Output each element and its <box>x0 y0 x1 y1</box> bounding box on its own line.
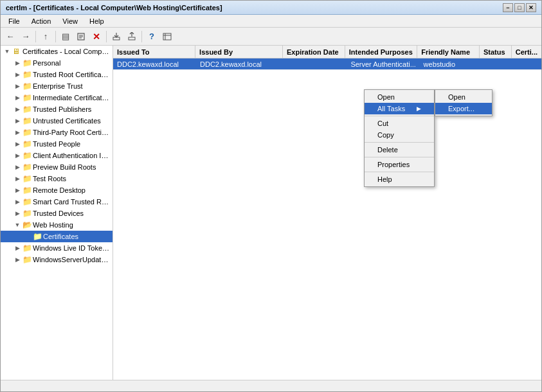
trusted-people-expander: ▶ <box>12 141 23 147</box>
wsus-label: WindowsServerUpdateService... <box>33 256 110 263</box>
table-row[interactable]: DDC2.kewaxd.local DDC2.kewaxd.local Serv… <box>113 58 541 70</box>
title-bar: certlm - [Certificates - Local Computer\… <box>1 1 541 15</box>
toolbar: ← → ↑ ▤ ✕ ? <box>1 28 541 46</box>
submenu-export-label: Export... <box>448 105 474 112</box>
import-button[interactable] <box>125 30 139 44</box>
trusted-root-expander: ▶ <box>12 71 23 78</box>
tree-item-preview[interactable]: ▶ 📁 Preview Build Roots <box>1 161 113 173</box>
toolbar-separator-1 <box>35 31 36 42</box>
tree-item-remote-desktop[interactable]: ▶ 📁 Remote Desktop <box>1 184 113 196</box>
right-pane: Issued To Issued By Expiration Date Inte… <box>113 46 541 380</box>
tree-item-client-auth[interactable]: ▶ 📁 Client Authentication Issuers <box>1 150 113 161</box>
cell-certi <box>514 58 541 69</box>
tree-item-third-party[interactable]: ▶ 📁 Third-Party Root Certification... <box>1 127 113 138</box>
tree-root[interactable]: ▼ 🖥 Certificates - Local Computer <box>1 46 113 57</box>
col-issued-by[interactable]: Issued By <box>195 46 283 58</box>
tree-item-test-roots[interactable]: ▶ 📁 Test Roots <box>1 173 113 184</box>
wsus-expander: ▶ <box>12 256 23 263</box>
ctx-all-tasks[interactable]: All Tasks ▶ <box>365 103 434 114</box>
col-intended-purposes[interactable]: Intended Purposes <box>345 46 417 58</box>
intermediate-folder-icon: 📁 <box>23 93 33 102</box>
cell-intended-purposes: Server Authenticati... <box>347 58 419 69</box>
tree-item-web-hosting[interactable]: ▼ 📂 Web Hosting <box>1 219 113 231</box>
extra-button[interactable] <box>160 30 174 44</box>
tree-item-trusted-devices[interactable]: ▶ 📁 Trusted Devices <box>1 208 113 219</box>
tree-item-smart-card[interactable]: ▶ 📁 Smart Card Trusted Roots <box>1 196 113 208</box>
menu-file[interactable]: File <box>3 16 25 26</box>
ctx-delete[interactable]: Delete <box>365 144 434 156</box>
trusted-publishers-folder-icon: 📁 <box>23 105 33 114</box>
remote-desktop-label: Remote Desktop <box>33 186 86 194</box>
col-status[interactable]: Status <box>480 46 512 58</box>
delete-button[interactable]: ✕ <box>89 30 104 44</box>
intermediate-label: Intermediate Certification Au... <box>33 94 110 102</box>
tree-item-trusted-people[interactable]: ▶ 📁 Trusted People <box>1 138 113 150</box>
tree-item-certificates[interactable]: 📁 Certificates <box>1 231 113 242</box>
minimize-button[interactable]: − <box>503 3 513 12</box>
untrusted-expander: ▶ <box>12 118 23 124</box>
tree-item-personal[interactable]: ▶ 📁 Personal <box>1 57 113 69</box>
ctx-properties[interactable]: Properties <box>365 159 434 170</box>
ctx-copy-label: Copy <box>377 131 394 139</box>
trusted-publishers-expander: ▶ <box>12 106 23 112</box>
tree-item-wsus[interactable]: ▶ 📁 WindowsServerUpdateService... <box>1 254 113 265</box>
menu-help[interactable]: Help <box>84 16 109 26</box>
web-hosting-label: Web Hosting <box>33 221 73 229</box>
show-hide-button[interactable]: ▤ <box>59 30 73 44</box>
submenu-open[interactable]: Open <box>435 91 492 103</box>
submenu-open-label: Open <box>448 93 465 101</box>
tree-pane[interactable]: ▼ 🖥 Certificates - Local Computer ▶ 📁 Pe… <box>1 46 113 380</box>
up-button[interactable]: ↑ <box>39 30 53 44</box>
main-layout: ▼ 🖥 Certificates - Local Computer ▶ 📁 Pe… <box>1 46 541 380</box>
col-expiration[interactable]: Expiration Date <box>283 46 345 58</box>
context-menu: Open All Tasks ▶ Cut Copy Delete Propert… <box>364 89 435 187</box>
tree-item-trusted-root[interactable]: ▶ 📁 Trusted Root Certification Au... <box>1 69 113 80</box>
close-button[interactable]: ✕ <box>526 3 536 12</box>
cell-issued-to: DDC2.kewaxd.local <box>113 58 196 69</box>
windows-live-folder-icon: 📁 <box>23 244 33 253</box>
preview-expander: ▶ <box>12 164 23 170</box>
export-button[interactable] <box>109 30 123 44</box>
tree-item-untrusted[interactable]: ▶ 📁 Untrusted Certificates <box>1 115 113 127</box>
back-button[interactable]: ← <box>3 30 17 44</box>
trusted-devices-label: Trusted Devices <box>33 209 84 217</box>
ctx-separator-1 <box>365 116 434 116</box>
third-party-expander: ▶ <box>12 129 23 136</box>
tree-item-trusted-publishers[interactable]: ▶ 📁 Trusted Publishers <box>1 103 113 115</box>
help-button[interactable]: ? <box>145 30 159 44</box>
enterprise-trust-label: Enterprise Trust <box>33 82 83 90</box>
submenu-export[interactable]: Export... <box>435 103 492 114</box>
toolbar-separator-3 <box>106 31 107 42</box>
client-auth-expander: ▶ <box>12 152 23 159</box>
tree-root-label: Certificates - Local Computer <box>23 48 110 55</box>
properties-button[interactable] <box>74 30 88 44</box>
personal-label: Personal <box>33 59 60 67</box>
menu-view[interactable]: View <box>57 16 83 26</box>
ctx-open[interactable]: Open <box>365 91 434 103</box>
preview-label: Preview Build Roots <box>33 163 96 171</box>
maximize-button[interactable]: □ <box>514 3 525 12</box>
menu-bar: File Action View Help <box>1 15 541 28</box>
col-friendly-name[interactable]: Friendly Name <box>417 46 480 58</box>
tree-item-intermediate[interactable]: ▶ 📁 Intermediate Certification Au... <box>1 92 113 103</box>
ctx-cut[interactable]: Cut <box>365 118 434 129</box>
smart-card-expander: ▶ <box>12 199 23 205</box>
forward-button[interactable]: → <box>19 30 33 44</box>
toolbar-separator-4 <box>141 31 142 42</box>
tree-item-windows-live[interactable]: ▶ 📁 Windows Live ID Token Issuer... <box>1 242 113 254</box>
menu-action[interactable]: Action <box>26 16 57 26</box>
ctx-all-tasks-arrow: ▶ <box>417 105 421 112</box>
cell-friendly-name: webstudio <box>420 58 482 69</box>
test-roots-expander: ▶ <box>12 175 23 182</box>
col-issued-to[interactable]: Issued To <box>113 46 195 58</box>
tree-item-enterprise-trust[interactable]: ▶ 📁 Enterprise Trust <box>1 80 113 92</box>
cell-issued-by: DDC2.kewaxd.local <box>196 58 284 69</box>
ctx-copy[interactable]: Copy <box>365 129 434 141</box>
preview-folder-icon: 📁 <box>23 163 33 172</box>
web-hosting-expander: ▼ <box>12 222 23 228</box>
ctx-help-label: Help <box>377 175 392 183</box>
ctx-help[interactable]: Help <box>365 174 434 185</box>
col-certi[interactable]: Certi... <box>512 46 541 58</box>
ctx-open-label: Open <box>377 93 395 101</box>
windows-live-expander: ▶ <box>12 245 23 251</box>
